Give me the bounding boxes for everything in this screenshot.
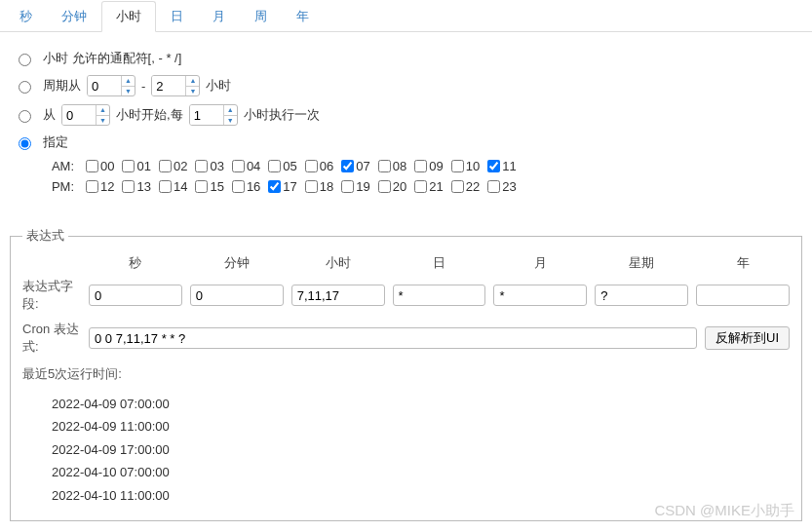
field-year[interactable]	[696, 285, 790, 306]
hour-checkbox-18[interactable]	[305, 180, 318, 193]
cron-input[interactable]	[89, 327, 697, 349]
hour-checkbox-04[interactable]	[232, 160, 245, 172]
hour-checkbox-02[interactable]	[159, 160, 172, 172]
hour-checkbox-08[interactable]	[378, 160, 391, 172]
hour-checkbox-05[interactable]	[268, 160, 281, 172]
hour-20: 20	[378, 179, 406, 194]
range-sep: -	[141, 79, 145, 94]
hour-18: 18	[305, 179, 333, 194]
recent-time: 2022-04-09 17:00:00	[52, 438, 790, 461]
recent-time: 2022-04-10 11:00:00	[52, 484, 790, 507]
radio-interval[interactable]	[19, 110, 31, 123]
header-hour: 小时	[291, 254, 385, 272]
hour-checkbox-10[interactable]	[451, 160, 464, 172]
hour-13: 13	[122, 179, 150, 194]
hour-label-09: 09	[429, 159, 443, 173]
hour-label-08: 08	[393, 159, 406, 173]
hour-label-03: 03	[210, 159, 223, 173]
hour-checkbox-12[interactable]	[86, 180, 98, 193]
expression-legend: 表达式	[22, 227, 68, 245]
hour-14: 14	[159, 179, 187, 194]
tab-month[interactable]: 月	[198, 1, 240, 32]
hour-12: 12	[86, 179, 114, 194]
recent-time: 2022-04-09 11:00:00	[52, 415, 790, 437]
tabs-bar: 秒 分钟 小时 日 月 周 年	[0, 0, 812, 32]
hour-checkbox-03[interactable]	[195, 160, 208, 172]
hour-checkbox-14[interactable]	[159, 180, 172, 193]
hour-checkbox-11[interactable]	[487, 160, 500, 172]
hour-17: 17	[268, 179, 296, 194]
pm-label: PM:	[45, 179, 74, 194]
chevron-down-icon[interactable]: ▼	[122, 87, 135, 96]
hour-checkbox-19[interactable]	[341, 180, 354, 193]
tab-second[interactable]: 秒	[5, 1, 47, 32]
tab-year[interactable]: 年	[282, 1, 324, 32]
radio-wildcard[interactable]	[19, 54, 31, 66]
header-year: 年	[696, 254, 790, 272]
interval-every-spinner[interactable]: ▲▼	[189, 104, 238, 126]
hour-checkbox-15[interactable]	[195, 180, 208, 193]
interval-every-input[interactable]	[190, 105, 223, 125]
tab-minute[interactable]: 分钟	[47, 1, 101, 32]
tab-hour[interactable]: 小时	[101, 1, 156, 32]
chevron-up-icon[interactable]: ▲	[186, 76, 199, 87]
field-month[interactable]	[493, 285, 587, 306]
field-week[interactable]	[595, 285, 688, 306]
range-from-input[interactable]	[88, 76, 121, 95]
hour-label-11: 11	[502, 159, 516, 173]
hour-label-19: 19	[356, 179, 369, 194]
tab-week[interactable]: 周	[240, 1, 282, 32]
header-day: 日	[393, 254, 486, 272]
hour-checkbox-13[interactable]	[122, 180, 135, 193]
tab-day[interactable]: 日	[156, 1, 198, 32]
hour-checkbox-06[interactable]	[305, 160, 318, 172]
recent-time: 2022-04-09 07:00:00	[52, 393, 790, 415]
radio-range[interactable]	[19, 81, 31, 94]
hour-checkbox-23[interactable]	[487, 180, 500, 193]
range-from-spinner[interactable]: ▲▼	[87, 75, 135, 96]
hour-checkbox-09[interactable]	[414, 160, 427, 172]
hour-label-18: 18	[320, 179, 333, 194]
hour-checkbox-21[interactable]	[414, 180, 427, 193]
chevron-up-icon[interactable]: ▲	[97, 105, 109, 116]
radio-range-suffix: 小时	[206, 77, 231, 95]
hour-checkbox-01[interactable]	[122, 160, 135, 172]
parse-button[interactable]: 反解析到UI	[705, 326, 790, 350]
interval-start-spinner[interactable]: ▲▼	[61, 104, 110, 126]
chevron-down-icon[interactable]: ▼	[97, 116, 109, 126]
hour-checkbox-17[interactable]	[268, 180, 281, 193]
hour-16: 16	[232, 179, 260, 194]
interval-start-input[interactable]	[62, 105, 96, 125]
hour-checkbox-00[interactable]	[86, 160, 98, 172]
hour-label-02: 02	[174, 159, 187, 173]
hour-03: 03	[195, 159, 223, 173]
range-to-input[interactable]	[152, 76, 185, 95]
hour-06: 06	[305, 159, 333, 173]
field-second[interactable]	[89, 285, 182, 306]
hour-09: 09	[414, 159, 443, 173]
radio-specify[interactable]	[19, 137, 31, 150]
field-hour[interactable]	[291, 285, 385, 306]
hour-checkbox-22[interactable]	[451, 180, 464, 193]
range-to-spinner[interactable]: ▲▼	[151, 75, 200, 96]
hour-label-23: 23	[502, 179, 516, 194]
hour-checkbox-07[interactable]	[341, 160, 354, 172]
chevron-up-icon[interactable]: ▲	[224, 105, 237, 116]
field-day[interactable]	[393, 285, 486, 306]
hour-22: 22	[451, 179, 480, 194]
recent-times: 2022-04-09 07:00:002022-04-09 11:00:0020…	[22, 383, 790, 507]
chevron-down-icon[interactable]: ▼	[224, 116, 237, 126]
field-minute[interactable]	[190, 285, 284, 306]
hour-04: 04	[232, 159, 260, 173]
hour-checkbox-20[interactable]	[378, 180, 391, 193]
chevron-up-icon[interactable]: ▲	[122, 76, 135, 87]
am-label: AM:	[45, 159, 74, 173]
hour-checkbox-16[interactable]	[232, 180, 245, 193]
header-second: 秒	[89, 254, 182, 272]
chevron-down-icon[interactable]: ▼	[186, 87, 199, 96]
radio-interval-mid: 小时开始,每	[116, 106, 183, 124]
hour-label-14: 14	[174, 179, 187, 194]
hour-label-00: 00	[100, 159, 114, 173]
hour-label-06: 06	[320, 159, 333, 173]
hour-11: 11	[487, 159, 516, 173]
